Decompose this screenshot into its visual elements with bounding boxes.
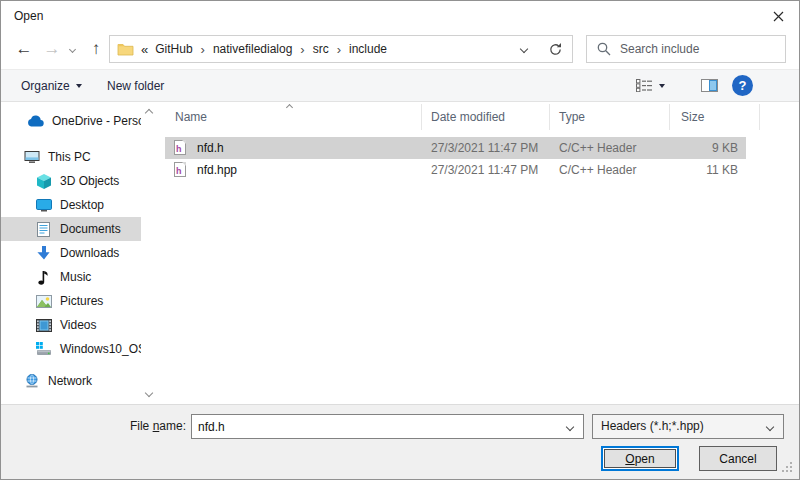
chevron-down-icon [659,84,665,88]
sidebar-item-label: Pictures [60,294,103,308]
details-view-icon [636,79,653,92]
column-header-type[interactable]: Type [559,108,585,126]
file-name-label: File name: [1,414,186,439]
picture-icon [35,295,52,308]
sort-ascending-icon [286,104,293,111]
hard-drive-icon [35,342,52,356]
organize-label: Organize [21,79,70,93]
breadcrumb-separator: › [200,42,206,57]
cancel-button[interactable]: Cancel [699,446,777,471]
sidebar-item-label: This PC [48,150,91,164]
sidebar-item-label: Documents [60,222,121,236]
desktop-icon [35,199,52,212]
search-icon [597,42,611,56]
search-input[interactable] [620,42,777,56]
sidebar-item-music[interactable]: Music [1,265,141,289]
network-globe-icon [23,374,40,388]
scroll-down-icon[interactable] [145,389,153,397]
breadcrumb-item-nativefiledialog[interactable]: nativefiledialog [213,42,292,56]
sidebar-item-label: Windows10_OS ( [60,342,141,356]
file-type-value: Headers (*.h;*.hpp) [601,415,704,438]
file-row-nfd-h[interactable]: h nfd.h 27/3/2021 11:47 PM C/C++ Header … [165,137,746,159]
sidebar-item-3d-objects[interactable]: 3D Objects [1,169,141,193]
chevron-down-icon [68,45,75,52]
column-divider[interactable] [421,104,422,130]
file-type-dropdown-icon [766,423,774,431]
breadcrumb-overflow[interactable]: « [141,42,148,57]
sidebar-item-network[interactable]: Network [1,369,141,393]
sidebar-item-label: 3D Objects [60,174,119,188]
sidebar-item-videos[interactable]: Videos [1,313,141,337]
refresh-icon [548,42,563,57]
navigation-bar: ← → ↑ « GitHub › nativefiledialog › src … [1,31,799,69]
sidebar-item-documents[interactable]: Documents [1,217,141,241]
sidebar-item-downloads[interactable]: Downloads [1,241,141,265]
file-type-combobox[interactable]: Headers (*.h;*.hpp) [592,414,784,439]
sidebar-item-label: Videos [60,318,96,332]
sidebar-item-onedrive[interactable]: OneDrive - Person [1,109,141,133]
title-bar: Open [1,1,799,31]
breadcrumb-item-github[interactable]: GitHub [155,42,192,56]
sidebar-scrollbar[interactable] [141,102,158,404]
file-type: C/C++ Header [559,162,636,178]
download-arrow-icon [35,246,52,260]
sidebar-item-this-pc[interactable]: This PC [1,145,141,169]
forward-button[interactable]: → [39,31,65,67]
cube-icon [35,174,52,189]
column-header-size[interactable]: Size [681,108,704,126]
sidebar-item-windows10-os[interactable]: Windows10_OS ( [1,337,141,361]
header-file-icon: h [174,140,186,155]
preview-pane-button[interactable] [701,70,718,101]
open-button-label: Open [604,449,676,468]
column-divider[interactable] [669,104,670,130]
sidebar-item-label: OneDrive - Person [52,114,141,128]
preview-pane-icon [701,79,718,92]
file-list: Name Date modified Type Size h nfd.h 27/… [159,102,798,404]
breadcrumb-item-src[interactable]: src [313,42,329,56]
back-button[interactable]: ← [11,31,37,67]
organize-menu-button[interactable]: Organize [21,70,82,101]
window-title: Open [14,9,43,23]
breadcrumb-item-include[interactable]: include [349,42,387,56]
file-name: nfd.h [197,140,224,156]
resize-grip-icon[interactable] [790,470,792,472]
change-view-button[interactable] [636,70,665,101]
file-size: 11 KB [658,162,738,178]
documents-icon [35,222,52,237]
open-dialog-window: Open ← → ↑ « GitHub › nativefiledialog ›… [0,0,800,480]
column-divider[interactable] [759,104,760,130]
file-name-dropdown-icon[interactable] [566,423,574,431]
folder-icon [117,42,134,56]
search-box [586,35,786,63]
up-button[interactable]: ↑ [83,31,109,67]
help-button[interactable]: ? [732,70,753,101]
sidebar-item-desktop[interactable]: Desktop [1,193,141,217]
address-bar[interactable]: « GitHub › nativefiledialog › src › incl… [109,35,540,63]
film-icon [35,319,52,332]
computer-icon [23,150,40,164]
file-name-input[interactable] [192,415,562,438]
help-icon: ? [732,75,753,96]
breadcrumb-separator: › [336,42,342,57]
recent-locations-button[interactable] [63,31,81,67]
close-icon [773,11,784,22]
column-header-date-modified[interactable]: Date modified [431,108,505,126]
scroll-up-icon[interactable] [145,109,153,117]
file-type: C/C++ Header [559,140,636,156]
cloud-icon [27,115,44,127]
column-header-name[interactable]: Name [175,108,207,126]
file-row-nfd-hpp[interactable]: h nfd.hpp 27/3/2021 11:47 PM C/C++ Heade… [165,159,746,181]
file-name: nfd.hpp [197,162,237,178]
close-button[interactable] [757,1,799,31]
column-divider[interactable] [549,104,550,130]
cancel-button-label: Cancel [719,452,756,466]
sidebar-item-pictures[interactable]: Pictures [1,289,141,313]
address-dropdown-icon[interactable] [520,45,528,53]
new-folder-button[interactable]: New folder [107,70,164,101]
refresh-button[interactable] [539,35,573,63]
file-size: 9 KB [658,140,738,156]
sidebar-item-label: Desktop [60,198,104,212]
sidebar-item-label: Downloads [60,246,119,260]
sidebar-item-label: Network [48,374,92,388]
open-button[interactable]: Open [601,446,679,471]
